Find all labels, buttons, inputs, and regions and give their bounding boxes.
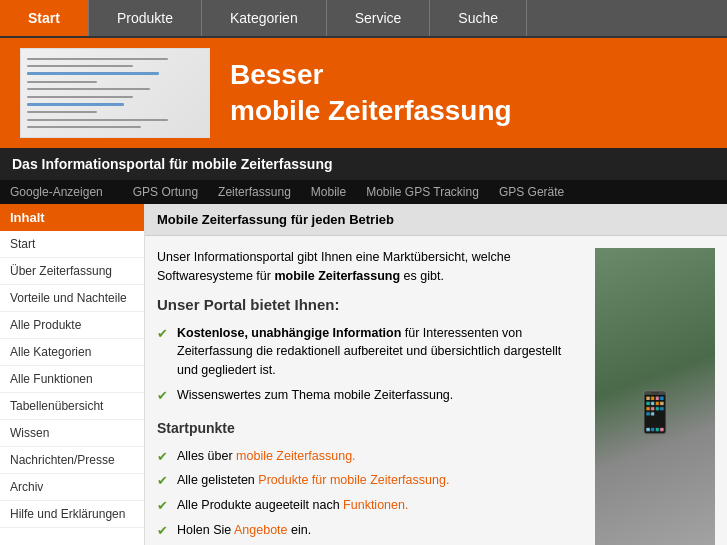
startpoint-3: Alle Produkte augeeteilt nach Funktionen… [157, 493, 585, 518]
sidebar-header: Inhalt [0, 204, 144, 231]
sidebar-link[interactable]: Alle Produkte [0, 312, 144, 339]
sidebar: Inhalt StartÜber ZeiterfassungVorteile u… [0, 204, 145, 545]
startpoint-2: Alle gelisteten Produkte für mobile Zeit… [157, 468, 585, 493]
ad-bar: Google-Anzeigen GPS Ortung Zeiterfassung… [0, 180, 727, 204]
startpoint-4: Holen Sie Angebote ein. [157, 518, 585, 543]
sidebar-link[interactable]: Nachrichten/Presse [0, 447, 144, 474]
portal-list-item-2: Wissenswertes zum Thema mobile Zeiterfas… [157, 383, 585, 408]
ad-label: Google-Anzeigen [10, 185, 103, 199]
sidebar-link[interactable]: Archiv [0, 474, 144, 501]
startpoint-link-2[interactable]: Produkte für mobile Zeiterfassung. [258, 473, 449, 487]
ad-link-gps-tracking[interactable]: Mobile GPS Tracking [366, 185, 479, 199]
nav-item-suche[interactable]: Suche [430, 0, 527, 36]
startpoints-list: Alles über mobile Zeiterfassung. Alle ge… [157, 444, 585, 546]
startpoints-title: Startpunkte [157, 420, 585, 436]
ad-link-gps-geraete[interactable]: GPS Geräte [499, 185, 564, 199]
nav-item-kategorien[interactable]: Kategorien [202, 0, 327, 36]
content-image: 📱 [595, 248, 715, 545]
portal-title: Unser Portal bietet Ihnen: [157, 296, 585, 313]
content-text: Unser Informationsportal gibt Ihnen eine… [157, 248, 585, 545]
top-navigation: StartProdukteKategorienServiceSuche [0, 0, 727, 38]
ad-link-gps-ortung[interactable]: GPS Ortung [133, 185, 198, 199]
subtitle-bar: Das Informationsportal für mobile Zeiter… [0, 148, 727, 180]
nav-item-produkte[interactable]: Produkte [89, 0, 202, 36]
content-body: Unser Informationsportal gibt Ihnen eine… [145, 236, 727, 545]
sidebar-link[interactable]: Alle Funktionen [0, 366, 144, 393]
content-intro: Unser Informationsportal gibt Ihnen eine… [157, 248, 585, 286]
sidebar-link[interactable]: Vorteile und Nachteile [0, 285, 144, 312]
hero-title: Besser mobile Zeiterfassung [230, 57, 512, 130]
nav-item-service[interactable]: Service [327, 0, 431, 36]
sidebar-link[interactable]: Hilfe und Erklärungen [0, 501, 144, 528]
ad-link-mobile[interactable]: Mobile [311, 185, 346, 199]
startpoint-link-3[interactable]: Funktionen. [343, 498, 408, 512]
content-area: Mobile Zeiterfassung für jeden Betrieb U… [145, 204, 727, 545]
hero-image [20, 48, 210, 138]
device-icon: 📱 [630, 389, 680, 436]
main-layout: Inhalt StartÜber ZeiterfassungVorteile u… [0, 204, 727, 545]
hero-section: Besser mobile Zeiterfassung [0, 38, 727, 148]
portal-list: Kostenlose, unabhängige Information für … [157, 321, 585, 408]
sidebar-link[interactable]: Wissen [0, 420, 144, 447]
startpoint-1: Alles über mobile Zeiterfassung. [157, 444, 585, 469]
portal-list-item-1: Kostenlose, unabhängige Information für … [157, 321, 585, 383]
ad-link-zeiterfassung[interactable]: Zeiterfassung [218, 185, 291, 199]
sidebar-link[interactable]: Über Zeiterfassung [0, 258, 144, 285]
sidebar-link[interactable]: Alle Kategorien [0, 339, 144, 366]
startpoint-link-4[interactable]: Angebote [234, 523, 288, 537]
startpoint-link-1[interactable]: mobile Zeiterfassung. [236, 449, 356, 463]
content-header: Mobile Zeiterfassung für jeden Betrieb [145, 204, 727, 236]
nav-item-start[interactable]: Start [0, 0, 89, 36]
sidebar-link[interactable]: Tabellenübersicht [0, 393, 144, 420]
sidebar-link[interactable]: Start [0, 231, 144, 258]
